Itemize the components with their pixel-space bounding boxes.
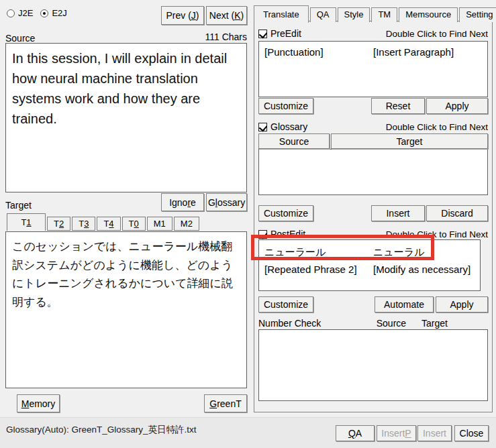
postedit-hint: Double Click to Find Next xyxy=(386,229,488,239)
postedit-rule-row-highlighted[interactable]: ニューラール ニューラル xyxy=(259,243,480,261)
postedit-checkbox[interactable] xyxy=(258,230,267,239)
tab-t2[interactable]: T2 xyxy=(47,217,70,231)
prev-button-label: Prev ( xyxy=(166,10,191,21)
glossary-source-column-header[interactable]: Source xyxy=(258,133,330,149)
number-check-list[interactable] xyxy=(258,329,488,401)
postedit-list[interactable]: ニューラール ニューラル [Repeated Phrase 2] [Modify… xyxy=(258,239,481,291)
glossary-list[interactable] xyxy=(258,149,488,195)
glossary-button[interactable]: Glossary xyxy=(206,193,247,211)
postedit-rule-target: [Modify as necessary] xyxy=(373,262,475,277)
radio-e2j-label: E2J xyxy=(52,8,66,18)
radio-j2e[interactable] xyxy=(7,9,15,17)
tab-setting[interactable]: Setting xyxy=(459,7,496,22)
next-button-label: Next ( xyxy=(209,10,234,21)
tab-style[interactable]: Style xyxy=(338,7,370,22)
preedit-rule-source: [Punctuation] xyxy=(264,45,373,60)
ignore-button[interactable]: Ignore xyxy=(161,193,204,211)
postedit-automate-button[interactable]: Automate xyxy=(375,296,434,313)
target-tab-strip: T1 T2 T3 T4 T0 M1 M2 xyxy=(7,213,201,231)
postedit-customize-button[interactable]: Customize xyxy=(258,296,313,313)
source-label: Source xyxy=(5,33,35,44)
preedit-checkbox[interactable] xyxy=(258,30,267,38)
next-button[interactable]: Next (K) xyxy=(206,6,247,25)
radio-j2e-label: J2E xyxy=(18,8,33,18)
postedit-rule-target: ニューラル xyxy=(373,245,475,260)
postedit-apply-button[interactable]: Apply xyxy=(436,296,488,313)
number-check-label: Number Check xyxy=(258,318,321,329)
preedit-label: PreEdit xyxy=(270,28,301,39)
glossary-hint: Double Click to Find Next xyxy=(386,122,488,132)
number-check-source-label: Source xyxy=(377,318,406,329)
tab-t4[interactable]: T4 xyxy=(97,217,120,231)
insert-button[interactable]: Insert xyxy=(417,425,452,441)
memory-button[interactable]: Memory xyxy=(17,394,60,412)
target-label: Target xyxy=(5,200,32,211)
glossary-label: Glossary xyxy=(270,121,307,132)
glossary-insert-button[interactable]: Insert xyxy=(371,205,425,221)
prev-button[interactable]: Prev (J) xyxy=(161,6,204,25)
char-count: 111 Chars xyxy=(175,32,247,42)
status-glossary-file: Glossary(Auto): GreenT_Glossary_英日特許.txt xyxy=(6,424,197,436)
preedit-apply-button[interactable]: Apply xyxy=(426,98,488,114)
preedit-header: PreEdit Double Click to Find Next xyxy=(258,28,488,39)
glossary-customize-button[interactable]: Customize xyxy=(258,205,313,221)
number-check-target-label: Target xyxy=(421,318,448,329)
tab-memsource[interactable]: Memsource xyxy=(399,7,458,22)
tab-t0[interactable]: T0 xyxy=(122,217,146,231)
close-button[interactable]: Close xyxy=(454,425,489,441)
postedit-rule-row[interactable]: [Repeated Phrase 2] [Modify as necessary… xyxy=(259,261,480,278)
greent-button[interactable]: GreenT xyxy=(204,394,247,412)
translate-tab-page: PreEdit Double Click to Find Next [Punct… xyxy=(254,21,493,412)
radio-e2j[interactable] xyxy=(40,9,48,17)
preedit-rule-target: [Insert Paragraph] xyxy=(373,45,482,60)
postedit-rule-source: ニューラール xyxy=(264,245,373,260)
next-button-accel: K xyxy=(234,10,240,21)
preedit-reset-button[interactable]: Reset xyxy=(371,98,425,114)
translation-tool-window: J2E E2J Prev (J) Next (K) Source 111 Cha… xyxy=(0,0,496,448)
preedit-hint: Double Click to Find Next xyxy=(386,29,488,39)
glossary-discard-button[interactable]: Discard xyxy=(426,205,488,221)
glossary-target-column-header[interactable]: Target xyxy=(331,133,488,149)
postedit-header: PostEdit Double Click to Find Next xyxy=(258,229,488,239)
tab-t1[interactable]: T1 xyxy=(7,213,46,231)
preedit-customize-button[interactable]: Customize xyxy=(258,98,313,114)
tab-m1[interactable]: M1 xyxy=(147,217,172,231)
postedit-rule-source: [Repeated Phrase 2] xyxy=(264,262,373,277)
number-check-header: Number Check Source Target xyxy=(258,318,488,329)
status-bar: Glossary(Auto): GreenT_Glossary_英日特許.txt… xyxy=(0,417,496,448)
target-textbox[interactable]: このセッションでは、ニューラール機械翻訳システムがどのように機能し、どのようにト… xyxy=(5,231,247,388)
tab-translate[interactable]: Translate xyxy=(254,5,309,23)
tab-tm[interactable]: TM xyxy=(371,7,397,22)
insertp-button[interactable]: InsertP xyxy=(377,425,416,441)
glossary-checkbox[interactable] xyxy=(258,123,267,131)
source-textbox[interactable]: In this session, I will explain in detai… xyxy=(5,43,247,192)
direction-radio-group: J2E E2J xyxy=(7,8,71,18)
postedit-label: PostEdit xyxy=(270,229,305,239)
qa-button[interactable]: QA xyxy=(336,425,375,441)
tab-qa[interactable]: QA xyxy=(310,7,336,22)
glossary-header: Glossary Double Click to Find Next xyxy=(258,121,488,132)
preedit-list[interactable]: [Punctuation] [Insert Paragraph] xyxy=(258,41,488,97)
prev-button-accel: J xyxy=(191,10,196,21)
preedit-rule-row[interactable]: [Punctuation] [Insert Paragraph] xyxy=(259,44,487,61)
panel-tab-strip: Translate QA Style TM Memsource Setting xyxy=(254,5,496,22)
tab-m2[interactable]: M2 xyxy=(174,217,199,231)
tab-t3[interactable]: T3 xyxy=(72,217,95,231)
